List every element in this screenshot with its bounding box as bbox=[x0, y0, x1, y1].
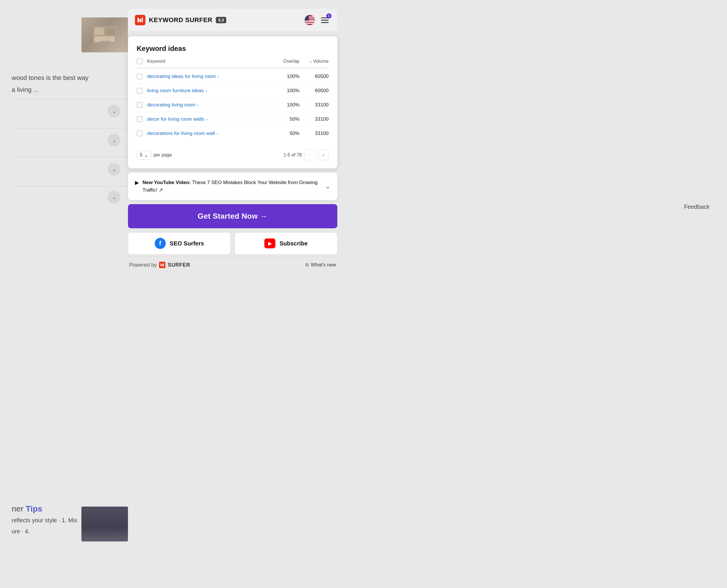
keyword-link-2[interactable]: decorating living room › bbox=[147, 102, 271, 108]
keyword-link-1[interactable]: living room furniture ideas › bbox=[147, 88, 271, 93]
menu-icon-wrap[interactable]: 1 bbox=[319, 15, 330, 26]
bg-text-line-2: a living ... bbox=[12, 85, 137, 95]
bg-chevron-1[interactable]: ⌄ bbox=[108, 105, 121, 118]
extension-header: KEYWORD SURFER 5.3 1 bbox=[128, 9, 337, 32]
youtube-label: Subscribe bbox=[279, 240, 308, 247]
svg-rect-1 bbox=[94, 28, 104, 35]
pagination-row: 5 ⌄ per page 1-5 of 78 ‹ › bbox=[137, 146, 328, 160]
per-page-dropdown[interactable]: 5 ⌄ bbox=[137, 151, 151, 160]
header-right: 1 bbox=[304, 15, 330, 26]
country-flag[interactable] bbox=[304, 15, 315, 26]
feedback-label: Feedback bbox=[684, 204, 709, 390]
surfer-logo-small bbox=[159, 262, 166, 268]
facebook-button[interactable]: f SEO Surfers bbox=[128, 232, 231, 254]
tips-desc-1: reflects your style · 1. Mix bbox=[12, 516, 77, 525]
keyword-link-0[interactable]: decorating ideas for living room › bbox=[147, 74, 271, 79]
overlap-3: 50% bbox=[271, 116, 300, 122]
keyword-link-3[interactable]: decor for living room walls › bbox=[147, 116, 271, 122]
svg-rect-9 bbox=[162, 264, 163, 266]
svg-rect-2 bbox=[106, 28, 115, 35]
volume-2: 33100 bbox=[300, 102, 328, 108]
svg-rect-5 bbox=[137, 18, 139, 22]
tips-prefix: ner Tips bbox=[12, 504, 77, 513]
per-page-select: 5 ⌄ per page bbox=[137, 151, 172, 160]
bg-chevron-3[interactable]: ⌄ bbox=[108, 163, 121, 176]
version-badge: 5.3 bbox=[216, 17, 226, 23]
row-checkbox-col bbox=[137, 88, 147, 93]
page-info: 1-5 of 78 bbox=[283, 152, 302, 158]
chevron-right-icon-0: › bbox=[217, 74, 219, 79]
whats-new-label: What's new bbox=[311, 262, 336, 268]
overlap-2: 100% bbox=[271, 102, 300, 108]
table-row: living room furniture ideas › 100% 60500 bbox=[137, 84, 328, 98]
header-left: KEYWORD SURFER 5.3 bbox=[135, 15, 226, 25]
bg-image-bottom bbox=[81, 507, 128, 542]
youtube-icon: ▶ bbox=[264, 238, 275, 248]
chevron-right-icon-4: › bbox=[217, 131, 218, 136]
keyword-ideas-card: Keyword ideas Keyword Overlap ↓Volume de… bbox=[128, 36, 337, 168]
bg-divider-1 bbox=[12, 99, 128, 99]
row-checkbox-0[interactable] bbox=[137, 74, 143, 79]
row-checkbox-4[interactable] bbox=[137, 130, 143, 136]
header-checkbox-col bbox=[137, 59, 147, 64]
col-keyword: Keyword bbox=[147, 59, 271, 64]
bg-tips-section: ner Tips reflects your style · 1. Mix ur… bbox=[12, 504, 77, 536]
notification-badge: 1 bbox=[326, 13, 332, 19]
pagination-nav: 1-5 of 78 ‹ › bbox=[283, 150, 328, 160]
footer-bar: Powered by SURFER ⧉ What's new bbox=[128, 256, 337, 269]
keyword-surfer-logo bbox=[135, 15, 145, 25]
whats-new-link[interactable]: ⧉ What's new bbox=[305, 262, 336, 268]
table-header: Keyword Overlap ↓Volume bbox=[137, 59, 328, 68]
social-row: f SEO Surfers ▶ Subscribe bbox=[128, 232, 337, 254]
row-checkbox-1[interactable] bbox=[137, 88, 143, 93]
row-checkbox-2[interactable] bbox=[137, 102, 143, 108]
collapse-yt-icon[interactable]: ⌄ bbox=[325, 183, 330, 190]
background-page: Living Room wood tones is the best way a… bbox=[0, 0, 727, 588]
chevron-right-icon-3: › bbox=[206, 117, 208, 122]
yt-text: New YouTube Video: These 7 SEO Mistakes … bbox=[143, 179, 325, 194]
col-overlap: Overlap bbox=[271, 59, 300, 64]
bg-divider-4 bbox=[12, 186, 128, 186]
prev-page-button[interactable]: ‹ bbox=[305, 150, 315, 160]
row-checkbox-col bbox=[137, 74, 147, 79]
col-volume: ↓Volume bbox=[300, 59, 328, 64]
overlap-1: 100% bbox=[271, 88, 300, 93]
sort-arrow-icon: ↓ bbox=[310, 59, 312, 64]
youtube-button[interactable]: ▶ Subscribe bbox=[235, 232, 337, 254]
chevron-right-icon-1: › bbox=[206, 88, 207, 93]
bg-divider-2 bbox=[12, 128, 128, 128]
next-page-button[interactable]: › bbox=[318, 150, 328, 160]
youtube-banner: ▶ New YouTube Video: These 7 SEO Mistake… bbox=[128, 172, 337, 200]
get-started-button[interactable]: Get Started Now → bbox=[128, 204, 337, 228]
external-link-icon: ⧉ bbox=[305, 262, 308, 268]
svg-rect-6 bbox=[140, 19, 141, 22]
chevron-right-icon-2: › bbox=[197, 103, 199, 107]
bg-chevron-4[interactable]: ⌄ bbox=[108, 191, 121, 204]
table-row: decorating living room › 100% 33100 bbox=[137, 98, 328, 112]
powered-by: Powered by SURFER bbox=[129, 262, 190, 268]
svg-rect-10 bbox=[163, 263, 164, 266]
bg-chevron-2[interactable]: ⌄ bbox=[108, 134, 121, 147]
svg-rect-7 bbox=[142, 18, 143, 22]
table-row: decorations for living room wall › 50% 3… bbox=[137, 126, 328, 141]
yt-content: ▶ New YouTube Video: These 7 SEO Mistake… bbox=[135, 179, 325, 194]
keyword-table-body: decorating ideas for living room › 100% … bbox=[137, 69, 328, 141]
powered-by-text: Powered by bbox=[129, 262, 157, 268]
select-all-checkbox[interactable] bbox=[137, 59, 143, 64]
bg-text-line-1: wood tones is the best way bbox=[12, 73, 137, 83]
row-checkbox-col bbox=[137, 116, 147, 122]
surfer-brand-text: SURFER bbox=[168, 262, 190, 268]
facebook-icon: f bbox=[155, 238, 166, 249]
play-icon: ▶ bbox=[135, 180, 139, 186]
row-checkbox-col bbox=[137, 130, 147, 136]
volume-0: 60500 bbox=[300, 74, 328, 79]
facebook-label: SEO Surfers bbox=[170, 240, 204, 247]
volume-1: 60500 bbox=[300, 88, 328, 93]
card-title: Keyword ideas bbox=[137, 44, 328, 52]
row-checkbox-3[interactable] bbox=[137, 116, 143, 122]
keyword-link-4[interactable]: decorations for living room wall › bbox=[147, 130, 271, 136]
svg-rect-8 bbox=[161, 264, 162, 266]
extension-panel: KEYWORD SURFER 5.3 1 Keyword ideas bbox=[128, 9, 337, 269]
extension-title: KEYWORD SURFER bbox=[149, 16, 212, 24]
row-checkbox-col bbox=[137, 102, 147, 108]
